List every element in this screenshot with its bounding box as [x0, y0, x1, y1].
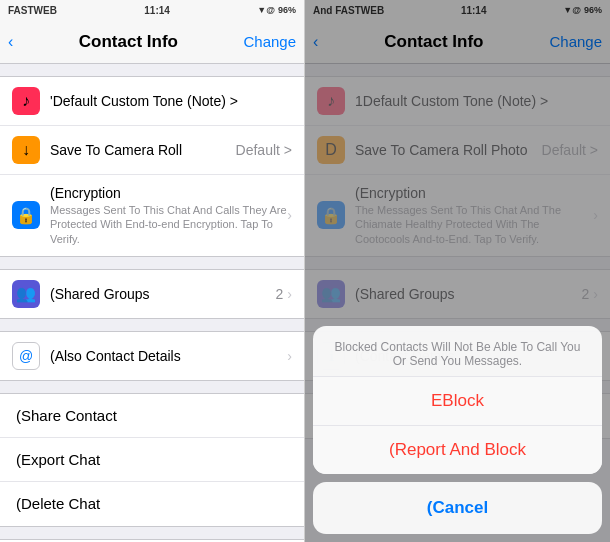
right-panel: And FASTWEB 11:14 ▼@ 96% ‹ Contact Info … — [305, 0, 610, 542]
encryption-title: (Encryption — [50, 185, 287, 201]
left-back-button[interactable]: ‹ — [8, 33, 13, 51]
groups-value: 2 — [276, 286, 284, 302]
left-status-icons: ▼@ 96% — [257, 5, 296, 15]
left-time: 11:14 — [144, 5, 170, 16]
camera-value: Default > — [236, 142, 292, 158]
contact-details-chevron: › — [287, 348, 292, 364]
report-and-block-button[interactable]: (Report And Block — [313, 426, 602, 474]
left-change-button[interactable]: Change — [243, 33, 296, 50]
left-main-section: ♪ 'Default Custom Tone (Note) > ↓ Save T… — [0, 76, 304, 257]
tone-title: 'Default Custom Tone (Note) > — [50, 93, 238, 109]
left-row-encryption[interactable]: 🔒 (Encryption Messages Sent To This Chat… — [0, 175, 304, 256]
left-nav-bar: ‹ Contact Info Change — [0, 20, 304, 64]
wifi-icon: ▼@ — [257, 5, 275, 15]
left-row-tone[interactable]: ♪ 'Default Custom Tone (Note) > — [0, 77, 304, 126]
battery-icon: 96% — [278, 5, 296, 15]
left-row-groups[interactable]: 👥 (Shared Groups 2 › — [0, 270, 304, 318]
action-sheet-backdrop: Blocked Contacts Will Not Be Able To Cal… — [305, 0, 610, 542]
left-row-camera[interactable]: ↓ Save To Camera Roll Default > — [0, 126, 304, 175]
camera-title: Save To Camera Roll — [50, 142, 182, 158]
contact-details-right: › — [287, 348, 292, 364]
groups-right: 2 › — [276, 286, 292, 302]
left-export-chat[interactable]: (Export Chat — [0, 438, 304, 482]
encryption-icon: 🔒 — [12, 201, 40, 229]
share-contact-label: (Share Contact — [16, 407, 117, 424]
block-button[interactable]: EBlock — [313, 377, 602, 426]
encryption-chevron: › — [287, 207, 292, 223]
encryption-right: › — [287, 207, 292, 223]
groups-content: (Shared Groups — [50, 285, 276, 303]
groups-title: (Shared Groups — [50, 286, 150, 302]
tone-content: 'Default Custom Tone (Note) > — [50, 92, 292, 110]
left-delete-chat[interactable]: (Delete Chat — [0, 482, 304, 526]
action-sheet-main-group: Blocked Contacts Will Not Be Able To Cal… — [313, 326, 602, 474]
action-sheet: Blocked Contacts Will Not Be Able To Cal… — [313, 326, 602, 534]
left-contacts-section: @ (Also Contact Details › — [0, 331, 304, 381]
left-row-contact-details[interactable]: @ (Also Contact Details › — [0, 332, 304, 380]
left-share-contact[interactable]: (Share Contact — [0, 394, 304, 438]
left-status-bar: FASTWEB 11:14 ▼@ 96% — [0, 0, 304, 20]
encryption-subtitle: Messages Sent To This Chat And Calls The… — [50, 203, 287, 246]
groups-icon: 👥 — [12, 280, 40, 308]
cancel-button[interactable]: (Cancel — [313, 482, 602, 534]
camera-content: Save To Camera Roll — [50, 141, 236, 159]
groups-chevron: › — [287, 286, 292, 302]
left-carrier: FASTWEB — [8, 5, 57, 16]
camera-icon: ↓ — [12, 136, 40, 164]
left-nav-title: Contact Info — [79, 32, 178, 52]
camera-right: Default > — [236, 142, 292, 158]
left-groups-section: 👥 (Shared Groups 2 › — [0, 269, 304, 319]
delete-chat-label: (Delete Chat — [16, 495, 100, 512]
contact-details-content: (Also Contact Details — [50, 347, 287, 365]
tone-icon: ♪ — [12, 87, 40, 115]
contact-details-title: (Also Contact Details — [50, 348, 181, 364]
contact-details-icon: @ — [12, 342, 40, 370]
left-settings-list: ♪ 'Default Custom Tone (Note) > ↓ Save T… — [0, 64, 304, 542]
action-sheet-message: Blocked Contacts Will Not Be Able To Cal… — [313, 326, 602, 377]
export-chat-label: (Export Chat — [16, 451, 100, 468]
action-sheet-cancel-group: (Cancel — [313, 482, 602, 534]
encryption-content: (Encryption Messages Sent To This Chat A… — [50, 185, 287, 246]
left-actions-section: (Share Contact (Export Chat (Delete Chat — [0, 393, 304, 527]
left-panel: FASTWEB 11:14 ▼@ 96% ‹ Contact Info Chan… — [0, 0, 305, 542]
